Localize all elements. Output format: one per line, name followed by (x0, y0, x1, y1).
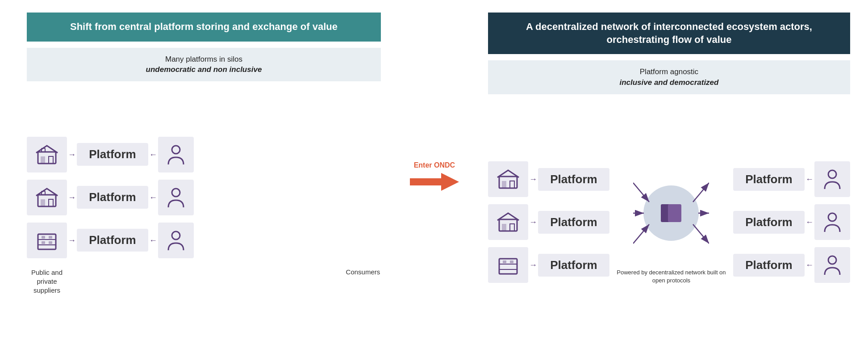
rdi-supplier-icon-1 (488, 161, 528, 197)
powered-text: Powered by decentralized network built o… (613, 269, 730, 286)
consumer-icon-1 (158, 137, 194, 172)
svg-rect-21 (510, 181, 514, 188)
row-3: → Platform ← (27, 223, 381, 258)
svg-line-35 (633, 224, 649, 244)
rdi-consumer-icon-3 (814, 247, 850, 283)
svg-line-33 (633, 183, 649, 202)
rdi-r-platform-2: Platform (733, 211, 805, 234)
svg-rect-25 (499, 259, 517, 274)
rdi-r-arrow-2: ← (805, 218, 814, 226)
svg-rect-7 (49, 199, 53, 206)
rdi-r-arrow-1: ← (805, 175, 814, 183)
enter-ondc-section: Enter ONDC (399, 0, 470, 353)
svg-rect-23 (502, 224, 506, 231)
consumer-icon-2 (158, 180, 194, 215)
svg-rect-1 (41, 156, 45, 164)
left-diagram-row: → Platform ← (27, 88, 381, 344)
rdi-platform-text-1: Platform (550, 172, 597, 186)
arrow-right-1: → (67, 151, 77, 159)
arrow-left-1: ← (148, 151, 158, 159)
svg-rect-28 (503, 261, 506, 263)
consumer-icon-3 (158, 223, 194, 258)
consumer-label: Consumers (345, 268, 381, 276)
rdi-platform-2: Platform (538, 211, 609, 234)
rdi-platform-3: Platform (538, 254, 609, 277)
right-diagram-row: → Platform (488, 101, 850, 344)
rdi-r-arrow-3: ← (805, 261, 814, 269)
rdi-platform-1: Platform (538, 168, 609, 191)
right-subtitle: Platform agnostic inclusive and democrat… (488, 60, 850, 94)
left-diagram: → Platform ← (27, 137, 381, 295)
svg-rect-2 (49, 156, 53, 164)
svg-rect-15 (42, 241, 45, 244)
left-subtitle-line2: undemocratic and non inclusive (146, 65, 262, 74)
svg-marker-18 (410, 173, 459, 191)
svg-point-41 (828, 213, 836, 221)
rdi-arrow-1: → (528, 175, 538, 183)
right-header-text: A decentralized network of interconnecte… (526, 21, 812, 45)
svg-rect-29 (510, 261, 513, 263)
svg-rect-24 (510, 224, 514, 231)
rdi-r-platform-text-3: Platform (745, 258, 792, 272)
left-header: Shift from central platform storing and … (27, 13, 381, 42)
right-section: A decentralized network of interconnecte… (470, 0, 868, 353)
rdi-supplier-icon-2 (488, 204, 528, 240)
row-1: → Platform ← (27, 137, 381, 172)
platform-text-2: Platform (89, 190, 136, 204)
rdi-r-platform-text-2: Platform (745, 215, 792, 229)
arrow-right-2: → (67, 193, 77, 202)
svg-line-38 (693, 224, 709, 244)
rdi-r-platform-1: Platform (733, 168, 805, 191)
left-header-text: Shift from central platform storing and … (70, 21, 338, 32)
rdi-arrow-2: → (528, 218, 538, 226)
svg-point-17 (172, 231, 180, 240)
rdi-right-col: Platform ← (733, 161, 850, 283)
platform-text-1: Platform (89, 147, 136, 161)
svg-point-42 (828, 256, 836, 264)
rdi-r-platform-text-1: Platform (745, 172, 792, 186)
svg-point-4 (172, 146, 180, 154)
svg-rect-32 (668, 204, 681, 222)
svg-rect-20 (502, 181, 506, 188)
row-2: → Platform ← (27, 180, 381, 215)
supplier-icon-2 (27, 180, 67, 215)
rdi-consumer-icon-2 (814, 204, 850, 240)
svg-rect-10 (38, 234, 56, 249)
platform-text-3: Platform (89, 233, 136, 247)
right-subtitle-line1: Platform agnostic (499, 67, 839, 77)
supplier-icon-3 (27, 223, 67, 258)
rdi-consumer-row-1: Platform ← (733, 161, 850, 197)
platform-box-2: Platform (77, 186, 148, 209)
left-section: Shift from central platform storing and … (0, 0, 399, 353)
enter-ondc-big-arrow (410, 172, 459, 192)
rdi-consumer-row-2: Platform ← (733, 204, 850, 240)
svg-point-40 (828, 170, 836, 178)
main-layout: Shift from central platform storing and … (0, 0, 868, 353)
right-diagram: → Platform (488, 160, 850, 286)
svg-point-9 (172, 189, 180, 197)
enter-ondc-label: Enter ONDC (414, 161, 455, 169)
right-subtitle-line2: inclusive and democratized (619, 78, 718, 87)
right-header: A decentralized network of interconnecte… (488, 13, 850, 54)
supplier-label: Public and private suppliers (27, 268, 67, 295)
rdi-consumer-row-3: Platform ← (733, 247, 850, 283)
rdi-left-col: → Platform (488, 161, 609, 283)
arrow-left-2: ← (148, 193, 158, 202)
left-subtitle-line1: Many platforms in silos (38, 54, 370, 65)
rdi-consumer-icon-1 (814, 161, 850, 197)
rdi-row-3: → Platform (488, 247, 609, 283)
supplier-rows: → Platform ← (27, 137, 381, 258)
rdi-center-hub: Powered by decentralized network built o… (613, 160, 730, 286)
svg-rect-6 (41, 199, 45, 206)
platform-box-1: Platform (77, 143, 148, 166)
platform-box-3: Platform (77, 229, 148, 252)
hub-svg (633, 160, 709, 267)
rdi-row-1: → Platform (488, 161, 609, 197)
supplier-icon-1 (27, 137, 67, 172)
rdi-supplier-icon-3 (488, 247, 528, 283)
svg-line-36 (693, 183, 709, 202)
left-subtitle: Many platforms in silos undemocratic and… (27, 48, 381, 82)
svg-rect-14 (49, 236, 52, 239)
arrow-right-3: → (67, 236, 77, 244)
rdi-platform-text-3: Platform (550, 258, 597, 272)
